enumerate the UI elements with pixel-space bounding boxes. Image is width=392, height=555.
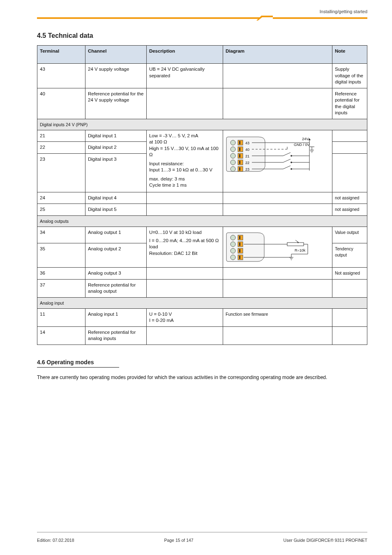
svg-text:40: 40 xyxy=(245,148,249,152)
cell-terminal: 21 xyxy=(37,130,85,142)
subsection-underline xyxy=(37,367,119,368)
footer-left: Edition: 07.02.2018 xyxy=(37,538,74,543)
th-terminal: Terminal xyxy=(37,46,85,64)
cell-terminal: 43 xyxy=(37,64,85,88)
cell-terminal: 22 xyxy=(37,142,85,154)
footer: Edition: 07.02.2018 Page 15 of 147 User … xyxy=(37,538,367,543)
cell-note xyxy=(332,279,367,297)
cell-terminal: 23 xyxy=(37,153,85,192)
cell-channel: Reference potential for the 24 V supply … xyxy=(85,88,146,119)
cell-note xyxy=(332,153,367,192)
cell-channel: Analog output 2 xyxy=(85,243,146,268)
subsection-title: 4.6 Operating modes xyxy=(37,359,367,365)
svg-text:24V: 24V xyxy=(302,137,309,141)
section-label: Analog input xyxy=(37,297,367,308)
cell-terminal: 24 xyxy=(37,192,85,204)
desc-line: max. delay: 3 ms xyxy=(149,176,220,183)
cell-note xyxy=(332,130,367,142)
desc-line: U=0…10 V at 10 kΩ load xyxy=(149,229,220,236)
cell-desc xyxy=(146,88,223,119)
svg-text:21: 21 xyxy=(245,154,249,158)
th-diagram: Diagram xyxy=(223,46,332,64)
section-row-digital-inputs: Digital inputs 24 V (PNP) xyxy=(37,119,367,130)
header-category: Installing/getting started xyxy=(320,9,367,14)
svg-text:43: 43 xyxy=(245,141,249,145)
cell-note: Value output xyxy=(332,227,367,243)
cell-channel: Digital input 3 xyxy=(85,153,146,192)
cell-note: Not assigned xyxy=(332,268,367,280)
th-channel: Channel xyxy=(85,46,146,64)
cell-note: not assigned xyxy=(332,204,367,216)
svg-rect-50 xyxy=(239,243,240,246)
table-header-row: Terminal Channel Description Diagram Not… xyxy=(37,46,367,64)
footer-center: Page 15 of 147 xyxy=(164,538,193,543)
section-label: Digital inputs 24 V (PNP) xyxy=(37,119,367,130)
desc-line: Input resistance: xyxy=(149,161,220,167)
cell-note: Reference potential for the digital inpu… xyxy=(332,88,367,119)
table-row: 24 Digital input 4 not assigned xyxy=(37,192,367,204)
cell-channel: Analog input 1 xyxy=(85,308,146,326)
svg-text:R=10k: R=10k xyxy=(295,248,306,252)
cell-channel: Reference potential for analog output xyxy=(85,279,146,297)
svg-rect-58 xyxy=(287,243,304,246)
svg-point-6 xyxy=(231,147,235,152)
desc-line: High = 15 V…30 V, 10 mA at 100 Ω xyxy=(149,146,220,158)
desc-line: I = 0…20 mA; 4...20 mA at 500 Ω load xyxy=(149,238,220,250)
cell-note: Supply voltage of the digital inputs xyxy=(332,64,367,88)
section-row-analog-input: Analog input xyxy=(37,297,367,308)
footer-right: User Guide DIGIFORCE® 9311 PROFINET xyxy=(284,538,367,543)
cell-desc: Low = -3 V… 5 V, 2 mA at 100 Ω High = 15… xyxy=(146,130,223,192)
svg-rect-8 xyxy=(239,148,240,151)
cell-channel: Analog output 1 xyxy=(85,227,146,243)
th-note: Note xyxy=(332,46,367,64)
cell-channel: Reference potential for analog inputs xyxy=(85,326,146,345)
cell-note xyxy=(332,142,367,154)
table-row: 36 Analog output 3 Not assigned xyxy=(37,268,367,280)
svg-rect-16 xyxy=(239,161,240,164)
cell-desc: UB = 24 V DC galvanically separated xyxy=(146,64,223,88)
cell-desc: U=0…10 V at 10 kΩ load I = 0…20 mA; 4...… xyxy=(146,227,223,268)
spec-table: Terminal Channel Description Diagram Not… xyxy=(37,45,367,345)
svg-point-51 xyxy=(231,248,235,253)
cell-desc xyxy=(146,268,223,280)
cell-terminal: 14 xyxy=(37,326,85,345)
cell-note: Tendency output xyxy=(332,243,367,268)
section-row-analog-outputs: Analog outputs xyxy=(37,215,367,227)
table-row: 43 24 V supply voltage UB = 24 V DC galv… xyxy=(37,64,367,88)
cell-diagram xyxy=(223,279,332,297)
section-title: 4.5 Technical data xyxy=(37,32,367,39)
cell-desc xyxy=(146,326,223,345)
cell-terminal: 11 xyxy=(37,308,85,326)
table-row: 11 Analog input 1 U = 0-10 V I = 0-20 mA… xyxy=(37,308,367,326)
svg-rect-53 xyxy=(239,249,240,252)
cell-note: not assigned xyxy=(332,192,367,204)
cell-desc xyxy=(146,279,223,297)
cell-terminal: 34 xyxy=(37,227,85,243)
svg-point-18 xyxy=(231,166,235,171)
header-rule xyxy=(37,16,367,20)
cell-diagram xyxy=(223,326,332,345)
cell-diagram xyxy=(223,88,332,119)
cell-terminal: 25 xyxy=(37,204,85,216)
footer-rule xyxy=(37,532,367,532)
cell-diagram xyxy=(223,64,332,88)
svg-point-10 xyxy=(231,153,235,158)
table-row: 40 Reference potential for the 24 V supp… xyxy=(37,88,367,119)
cell-channel: Digital input 2 xyxy=(85,142,146,154)
analog-outputs-diagram: R=10k xyxy=(226,229,330,265)
cell-channel: Digital input 1 xyxy=(85,130,146,142)
svg-text:GND / 0V: GND / 0V xyxy=(294,143,310,147)
desc-line: U = 0-10 V xyxy=(149,311,220,318)
svg-rect-56 xyxy=(239,256,240,259)
desc-line: at 100 Ω xyxy=(149,139,220,146)
cell-desc xyxy=(146,204,223,216)
cell-terminal: 35 xyxy=(37,243,85,268)
table-row: 37 Reference potential for analog output xyxy=(37,279,367,297)
body-paragraph: There are currently two operating modes … xyxy=(37,374,367,381)
svg-line-38 xyxy=(283,159,291,162)
svg-rect-12 xyxy=(239,154,240,157)
cell-channel: Digital input 4 xyxy=(85,192,146,204)
svg-point-14 xyxy=(231,160,235,165)
cell-terminal: 36 xyxy=(37,268,85,280)
desc-line: I = 0-20 mA xyxy=(149,317,220,324)
